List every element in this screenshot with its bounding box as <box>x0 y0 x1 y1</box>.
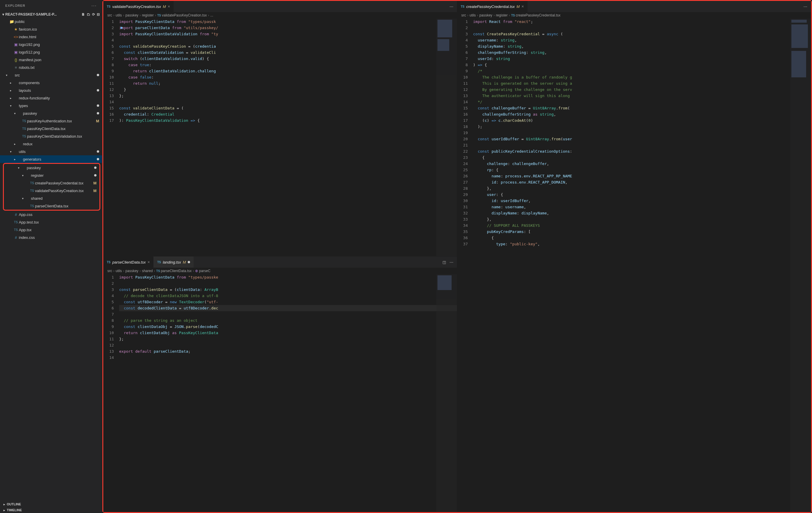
split-icon[interactable]: ◫ <box>442 260 446 265</box>
tree-item-shared[interactable]: ▾shared <box>4 194 99 202</box>
explorer-more-icon[interactable]: ⋯ <box>91 2 97 9</box>
tab-parseClientData[interactable]: TS parseClientData.tsx × <box>103 256 153 268</box>
tree-item-passkey[interactable]: ▾passkey <box>4 164 99 172</box>
dirty-dot-icon <box>94 167 96 169</box>
file-icon: # <box>13 212 19 217</box>
tree-item-generators[interactable]: ▸generators <box>0 155 102 163</box>
tree-item-passkeyclientdata-tsx[interactable]: TSpassKeyClientData.tsx <box>0 125 102 132</box>
code-editor[interactable]: 1234567891011121314 import PassKeyClient… <box>103 274 457 512</box>
tree-item-logo192-png[interactable]: ▣logo192.png <box>0 40 102 48</box>
tree-item-utils[interactable]: ▾utils <box>0 148 102 155</box>
tree-item-index-css[interactable]: #index.css <box>0 234 102 241</box>
editor-pane-validate: TS validatePassKeyCreation.tsx M × ⋯ src… <box>103 1 457 256</box>
file-icon: ▣ <box>13 50 19 54</box>
tree-item-src[interactable]: ▾src <box>0 71 102 79</box>
close-icon[interactable]: × <box>147 260 150 265</box>
tree-item-redux-functionality[interactable]: ▸redux-functionality <box>0 94 102 102</box>
new-folder-icon[interactable]: 🗀 <box>87 12 90 17</box>
tab-bar: TS createPasskeyCredential.tsx M × ⋯ <box>457 1 811 12</box>
file-icon: TS <box>21 135 27 138</box>
breadcrumb-item[interactable]: passkey <box>125 269 138 273</box>
breadcrumb[interactable]: src›utils›passkey›register›TS validatePa… <box>103 12 457 19</box>
tab-validatePassKeyCreation[interactable]: TS validatePassKeyCreation.tsx M × <box>103 1 174 12</box>
outline-section[interactable]: ▸ OUTLINE <box>0 501 102 507</box>
tree-item-types[interactable]: ▾types <box>0 102 102 110</box>
tree-item-logo512-png[interactable]: ▣logo512.png <box>0 48 102 56</box>
new-file-icon[interactable]: 🗎 <box>82 12 85 17</box>
file-icon: ▣ <box>13 42 19 47</box>
tree-item-parseclientdata-tsx[interactable]: TSparseClientData.tsx <box>4 202 99 210</box>
breadcrumb-item[interactable]: src <box>107 13 112 17</box>
dirty-dot-icon <box>97 112 99 114</box>
editor-highlighted-region: TS validatePassKeyCreation.tsx M × ⋯ src… <box>103 0 812 513</box>
breadcrumb-item[interactable]: TS parseClientData.tsx <box>156 269 192 273</box>
minimap[interactable] <box>436 274 457 512</box>
close-icon[interactable]: × <box>168 4 170 9</box>
file-icon: TS <box>29 181 35 185</box>
ts-icon: TS <box>107 5 111 8</box>
tree-item-passkey[interactable]: ▾passkey <box>0 110 102 117</box>
breadcrumb-item[interactable]: shared <box>142 269 153 273</box>
collapse-icon[interactable]: ⊟ <box>97 12 100 17</box>
file-icon: {} <box>13 58 19 62</box>
tree-item-favicon-ico[interactable]: ★favicon.ico <box>0 25 102 33</box>
breadcrumb-item[interactable]: utils <box>116 269 122 273</box>
breadcrumb-item[interactable]: src <box>461 13 466 17</box>
tree-item-robots-txt[interactable]: ≡robots.txt <box>0 64 102 71</box>
explorer-sidebar: EXPLORER ⋯ ▾ REACT-PASSKEY-SAMPLE-P... 🗎… <box>0 0 103 513</box>
close-icon[interactable]: × <box>521 4 524 9</box>
tab-createPasskeyCredential[interactable]: TS createPasskeyCredential.tsx M × <box>457 1 528 12</box>
breadcrumb-item[interactable]: ⊕ parseC <box>195 269 210 273</box>
minimap[interactable] <box>436 19 457 256</box>
tree-item-app-css[interactable]: #App.css <box>0 211 102 218</box>
breadcrumb-item[interactable]: passkey <box>125 13 138 17</box>
breadcrumb-item[interactable]: TS createPasskeyCredential.tsx <box>511 13 560 17</box>
modified-badge: M <box>96 119 99 123</box>
tree-item-app-tsx[interactable]: TSApp.tsx <box>0 226 102 234</box>
tab-bar: TS parseClientData.tsx × TS landing.tsx … <box>103 256 457 268</box>
breadcrumb-item[interactable]: ... <box>210 13 213 17</box>
tab-landing[interactable]: TS landing.tsx M <box>153 256 194 268</box>
tree-item-validatepasskeycreation-tsx[interactable]: TSvalidatePassKeyCreation.tsxM <box>4 187 99 194</box>
more-icon[interactable]: ⋯ <box>804 4 807 9</box>
tree-item-index-html[interactable]: <>index.html <box>0 33 102 40</box>
ts-icon: TS <box>107 261 111 264</box>
modified-badge: M <box>93 181 96 185</box>
project-header[interactable]: ▾ REACT-PASSKEY-SAMPLE-P... 🗎 🗀 ⟳ ⊟ <box>0 11 102 18</box>
breadcrumb-item[interactable]: TS validatePassKeyCreation.tsx <box>157 13 206 17</box>
dirty-dot-icon <box>97 74 99 76</box>
timeline-section[interactable]: ▸ TIMELINE <box>0 507 102 513</box>
file-icon: TS <box>29 189 35 192</box>
file-icon: # <box>13 235 19 240</box>
breadcrumb[interactable]: src›utils›passkey›register›TS createPass… <box>457 12 811 19</box>
breadcrumb[interactable]: src›utils›passkey›shared›TS parseClientD… <box>103 268 457 274</box>
breadcrumb-item[interactable]: register <box>142 13 153 17</box>
file-tree[interactable]: 📁public★favicon.ico<>index.html▣logo192.… <box>0 18 102 501</box>
code-editor[interactable]: 1234567891011121314151617 import PassKey… <box>103 19 457 256</box>
breadcrumb-item[interactable]: src <box>107 269 112 273</box>
refresh-icon[interactable]: ⟳ <box>92 12 95 17</box>
code-editor[interactable]: 1234567891011121314151617181920212223242… <box>457 19 811 512</box>
editor-pane-createPasskeyCredential: TS createPasskeyCredential.tsx M × ⋯ src… <box>457 1 811 512</box>
more-icon[interactable]: ⋯ <box>450 260 453 265</box>
file-icon: 📁 <box>9 20 15 24</box>
tree-item-passkeyclientdatavalidation-tsx[interactable]: TSpassKeyClientDataValidation.tsx <box>0 132 102 140</box>
tree-item-app-test-tsx[interactable]: TSApp.test.tsx <box>0 218 102 226</box>
tree-item-public[interactable]: 📁public <box>0 18 102 25</box>
tab-bar: TS validatePassKeyCreation.tsx M × ⋯ <box>103 1 457 12</box>
tree-item-manifest-json[interactable]: {}manifest.json <box>0 56 102 64</box>
breadcrumb-item[interactable]: utils <box>116 13 122 17</box>
tree-item-redux[interactable]: ▸redux <box>0 140 102 148</box>
dirty-dot-icon <box>94 174 96 177</box>
project-title: REACT-PASSKEY-SAMPLE-P... <box>5 12 82 17</box>
tree-item-createpasskeycredential-tsx[interactable]: TScreatePasskeyCredential.tsxM <box>4 179 99 187</box>
tree-item-layouts[interactable]: ▸layouts <box>0 87 102 94</box>
minimap[interactable] <box>790 19 811 512</box>
breadcrumb-item[interactable]: utils <box>469 13 476 17</box>
tree-item-components[interactable]: ▸components <box>0 79 102 87</box>
tree-item-register[interactable]: ▾register <box>4 172 99 179</box>
breadcrumb-item[interactable]: register <box>496 13 508 17</box>
breadcrumb-item[interactable]: passkey <box>479 13 492 17</box>
tree-item-passkeyauthentication-tsx[interactable]: TSpassKeyAuthentication.tsxM <box>0 117 102 125</box>
more-icon[interactable]: ⋯ <box>450 4 453 9</box>
